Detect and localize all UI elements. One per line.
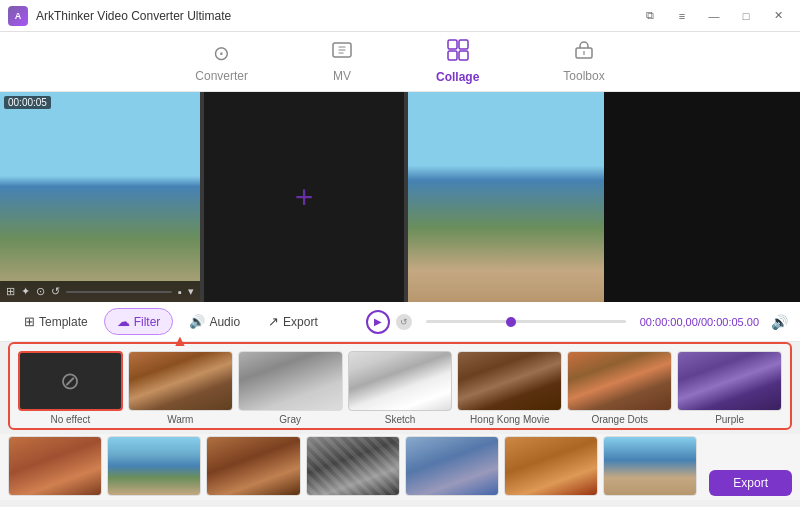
filter-thumb-purple [677, 351, 782, 411]
bottom-section: Export [0, 434, 800, 500]
video-panel-right1 [408, 92, 604, 302]
filter-thumb-r2-1 [8, 436, 102, 496]
filter-label-hkmovie: Hong Kong Movie [470, 414, 550, 425]
collage-icon [447, 39, 469, 66]
mini-progress[interactable] [66, 291, 172, 293]
video-panel-left: 00:00:05 ⊞ ✦ ⊙ ↺ ▪ ▾ [0, 92, 200, 302]
film-icon: ▪ [178, 286, 182, 298]
audio-icon: 🔊 [189, 314, 205, 329]
app-title: ArkThinker Video Converter Ultimate [36, 9, 636, 23]
close-btn[interactable]: ✕ [764, 6, 792, 26]
tab-mv[interactable]: MV [320, 36, 364, 87]
tab-collage[interactable]: Collage [424, 35, 491, 88]
filter-icon: ☁ [117, 314, 130, 329]
clock-icon: ⊙ [36, 285, 45, 298]
template-icon: ⊞ [24, 314, 35, 329]
svg-rect-1 [448, 40, 457, 49]
filter-label-purple: Purple [715, 414, 744, 425]
filter-row-2 [8, 436, 697, 496]
restore-btn[interactable]: ⧉ [636, 6, 664, 26]
filter-thumb-orangedots [567, 351, 672, 411]
minimize-btn[interactable]: — [700, 6, 728, 26]
app-logo: A [8, 6, 28, 26]
tab-toolbox[interactable]: Toolbox [551, 36, 616, 87]
tab-mv-label: MV [333, 69, 351, 83]
volume-icon[interactable]: 🔊 [771, 314, 788, 330]
playback-controls: ▶ ↺ 00:00:00,00/00:00:05.00 🔊 [366, 310, 788, 334]
audio-label: Audio [209, 315, 240, 329]
filter-item-orangedots[interactable]: Orange Dots [567, 351, 672, 425]
filter-thumb-r2-3 [206, 436, 300, 496]
converter-icon: ⊙ [213, 41, 230, 65]
filter-item-warm[interactable]: Warm [128, 351, 233, 425]
add-video-icon: + [295, 179, 314, 216]
filter-item-r2-7[interactable] [603, 436, 697, 496]
filter-item-purple[interactable]: Purple [677, 351, 782, 425]
filter-label: Filter [134, 315, 161, 329]
title-bar: A ArkThinker Video Converter Ultimate ⧉ … [0, 0, 800, 32]
filter-item-r2-1[interactable] [8, 436, 102, 496]
template-btn[interactable]: ⊞ Template [12, 309, 100, 334]
filter-thumb-gray [238, 351, 343, 411]
cursor-icon: ✦ [21, 285, 30, 298]
tab-collage-label: Collage [436, 70, 479, 84]
window-controls: ⧉ ≡ — □ ✕ [636, 6, 792, 26]
video-panel-middle[interactable]: + [204, 92, 404, 302]
template-label: Template [39, 315, 88, 329]
loop-btn[interactable]: ↺ [396, 314, 412, 330]
filter-item-r2-6[interactable] [504, 436, 598, 496]
filter-thumb-r2-4 [306, 436, 400, 496]
filter-thumb-r2-5 [405, 436, 499, 496]
filter-label-orangedots: Orange Dots [591, 414, 648, 425]
time-display: 00:00:00,00/00:00:05.00 [640, 316, 759, 328]
filter-item-gray[interactable]: Gray [238, 351, 343, 425]
filter-panel: No effect Warm Gray Sketch Hong Kong Mov… [8, 342, 792, 430]
timeline-bar[interactable] [426, 320, 626, 323]
arrow-up-indicator: ▲ [172, 332, 188, 350]
video-area: 00:00:05 ⊞ ✦ ⊙ ↺ ▪ ▾ + [0, 92, 800, 302]
tab-converter[interactable]: ⊙ Converter [183, 37, 260, 87]
loop-icon: ↺ [400, 317, 408, 327]
timeline-position [506, 317, 516, 327]
mv-icon [332, 40, 352, 65]
play-button[interactable]: ▶ [366, 310, 390, 334]
video-frame-left [0, 92, 200, 302]
filter-item-r2-2[interactable] [107, 436, 201, 496]
filter-thumb-r2-7 [603, 436, 697, 496]
menu-btn[interactable]: ≡ [668, 6, 696, 26]
grid-icon: ⊞ [6, 285, 15, 298]
filter-item-sketch[interactable]: Sketch [348, 351, 453, 425]
export-button[interactable]: Export [709, 470, 792, 496]
video-panel-right2 [604, 92, 800, 302]
filter-item-hkmovie[interactable]: Hong Kong Movie [457, 351, 562, 425]
filter-thumb-noeffect [18, 351, 123, 411]
toolbar-wrapper: ⊞ Template ☁ Filter ▲ 🔊 Audio ↗ Export ▶… [0, 302, 800, 342]
filter-item-r2-3[interactable] [206, 436, 300, 496]
filter-item-r2-4[interactable] [306, 436, 400, 496]
filter-thumb-warm [128, 351, 233, 411]
filter-thumb-r2-2 [107, 436, 201, 496]
export-toolbar-label: Export [283, 315, 318, 329]
video-frame-right1 [408, 92, 604, 302]
nav-tabs: ⊙ Converter MV Collage Toolbox [0, 32, 800, 92]
filter-btn[interactable]: ☁ Filter [104, 308, 174, 335]
svg-rect-2 [459, 40, 468, 49]
filter-label-sketch: Sketch [385, 414, 416, 425]
video-right-section [408, 92, 800, 302]
export-icon: ↗ [268, 314, 279, 329]
filter-label-warm: Warm [167, 414, 193, 425]
svg-rect-4 [459, 51, 468, 60]
export-toolbar-btn[interactable]: ↗ Export [256, 309, 330, 334]
filter-item-noeffect[interactable]: No effect [18, 351, 123, 425]
dropdown-icon[interactable]: ▾ [188, 285, 194, 298]
tab-converter-label: Converter [195, 69, 248, 83]
filter-item-r2-5[interactable] [405, 436, 499, 496]
filter-label-noeffect: No effect [51, 414, 91, 425]
toolbar: ⊞ Template ☁ Filter ▲ 🔊 Audio ↗ Export ▶… [0, 302, 800, 342]
refresh-icon: ↺ [51, 285, 60, 298]
tab-toolbox-label: Toolbox [563, 69, 604, 83]
maximize-btn[interactable]: □ [732, 6, 760, 26]
audio-btn[interactable]: 🔊 Audio [177, 309, 252, 334]
filter-row-1: No effect Warm Gray Sketch Hong Kong Mov… [18, 348, 782, 428]
video-timestamp: 00:00:05 [4, 96, 51, 109]
